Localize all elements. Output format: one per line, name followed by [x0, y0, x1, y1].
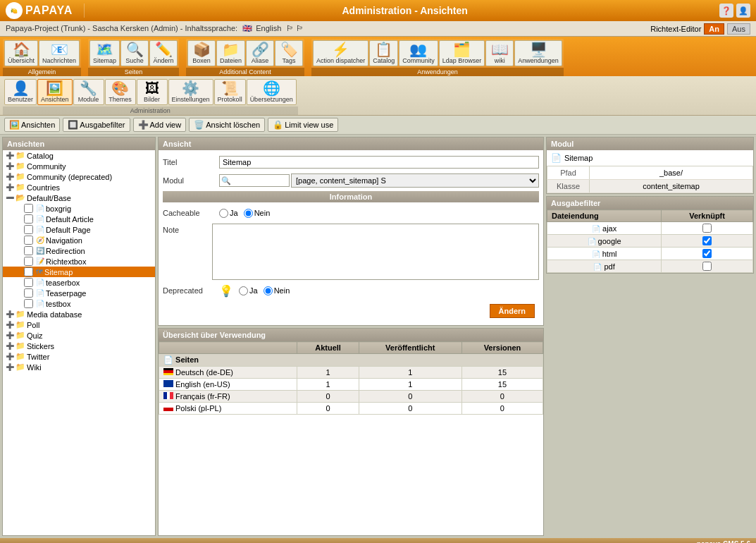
- toolbar-btn-anwendungen[interactable]: 🖥️ Anwendungen: [514, 40, 562, 66]
- toolbar-btn-sitemap[interactable]: 🗺️ Sitemap: [89, 40, 120, 66]
- sub-btn-benutzer[interactable]: 👤 Benutzer: [4, 79, 37, 105]
- toolbar-btn-suche[interactable]: 🔍 Suche: [120, 40, 149, 66]
- richtext-on-button[interactable]: An: [704, 23, 724, 35]
- tree-item-countries[interactable]: ➕ 📁 Countries: [3, 182, 155, 193]
- checkbox-html[interactable]: [702, 249, 712, 258]
- cacheable-nein-option[interactable]: Nein: [244, 209, 271, 218]
- tree-item-sitemap[interactable]: 🗺 Sitemap: [3, 267, 155, 277]
- checkbox-default-article[interactable]: [24, 214, 33, 224]
- tree-item-default-base[interactable]: ➖ 📂 Default/Base: [3, 193, 155, 203]
- tree-item-boxgrig[interactable]: 📄 boxgrig: [3, 203, 155, 214]
- table-row-en[interactable]: English (en-US) 1 1 15: [159, 379, 543, 391]
- mail-icon: 📧: [51, 42, 68, 56]
- toolbar-btn-ldap[interactable]: 🗂️ Ldap Browser: [439, 40, 485, 66]
- submit-button[interactable]: Ändern: [490, 304, 535, 318]
- tree-item-navigation[interactable]: 🧭 Navigation: [3, 235, 155, 245]
- info-section-label: Information: [163, 191, 539, 202]
- expand-community[interactable]: ➕: [6, 162, 14, 170]
- tree-item-richtextbox[interactable]: 📝 Richtextbox: [3, 256, 155, 267]
- checkbox-pdf[interactable]: [702, 262, 712, 271]
- checkbox-teaserpage[interactable]: [24, 288, 33, 298]
- tree-item-wiki[interactable]: ➕ 📁 Wiki: [3, 362, 155, 372]
- sub-btn-bilder[interactable]: 🖼 Bilder: [137, 79, 168, 105]
- checkbox-navigation[interactable]: [24, 236, 33, 245]
- ansichten-action-btn[interactable]: 🖼️ Ansichten: [4, 118, 60, 132]
- sub-btn-module[interactable]: 🔧 Module: [73, 79, 104, 105]
- toolbar-group-anwendungen: ⚡ Action dispatcher 📋 Catalog 👥 Communit…: [311, 39, 564, 76]
- toolbar-btn-nachrichten[interactable]: 📧 Nachrichten: [39, 40, 80, 66]
- checkbox-redirection[interactable]: [24, 246, 33, 255]
- checkbox-boxgrig[interactable]: [24, 204, 33, 213]
- toolbar-btn-community[interactable]: 👥 Community: [399, 40, 438, 66]
- toolbar-btn-aliase[interactable]: 🔗 Aliase: [246, 40, 274, 66]
- toolbar-btn-action-dispatcher[interactable]: ⚡ Action dispatcher: [313, 40, 368, 66]
- tree-item-media-database[interactable]: ➕ 📁 Media database: [3, 309, 155, 319]
- tree-item-testbox[interactable]: 📄 testbox: [3, 298, 155, 309]
- checkbox-default-page[interactable]: [24, 225, 33, 234]
- modul-dropdown[interactable]: [page, content_sitemap] S: [291, 173, 539, 188]
- tree-item-default-article[interactable]: 📄 Default Article: [3, 214, 155, 224]
- deprecated-nein-radio[interactable]: [264, 286, 273, 295]
- tree-item-default-page[interactable]: 📄 Default Page: [3, 224, 155, 235]
- expand-community-deprecated[interactable]: ➕: [6, 173, 14, 181]
- versionen-fr: 0: [461, 391, 543, 403]
- deprecated-ja-option[interactable]: Ja: [239, 286, 258, 295]
- tree-item-teaserbox[interactable]: 📄 teaserbox: [3, 277, 155, 288]
- ausgabefilter-action-btn[interactable]: 🔲 Ausgabefilter: [63, 118, 130, 132]
- tree-item-community[interactable]: ➕ 📁 Community: [3, 161, 155, 171]
- table-row-de[interactable]: Deutsch (de-DE) 1 1 15: [159, 367, 543, 379]
- checkbox-teaserbox[interactable]: [24, 278, 33, 287]
- tree-item-quiz[interactable]: ➕ 📁 Quiz: [3, 330, 155, 341]
- tree-item-community-deprecated[interactable]: ➕ 📁 Community (deprecated): [3, 171, 155, 182]
- modul-select-container: [page, content_sitemap] S: [219, 173, 539, 188]
- tree-item-teaserpage[interactable]: 📄 Teaserpage: [3, 288, 155, 298]
- checkbox-ajax[interactable]: [702, 224, 712, 233]
- deprecated-nein-option[interactable]: Nein: [264, 286, 290, 295]
- project-info: Papaya-Project (Trunk) - Sascha Kersken …: [6, 24, 304, 33]
- toolbar-btn-aendern[interactable]: ✏️ Ändern: [149, 40, 178, 66]
- modul-search-input[interactable]: [219, 174, 290, 187]
- expand-default-base[interactable]: ➖: [6, 194, 14, 202]
- richtext-off-button[interactable]: Aus: [727, 23, 750, 35]
- toolbar-btn-tags[interactable]: 🏷️ Tags: [275, 40, 303, 66]
- toolbar-btn-catalog[interactable]: 📋 Catalog: [369, 40, 398, 66]
- toolbar-btn-wiki[interactable]: 📖 wiki: [485, 40, 514, 66]
- tree-item-stickers[interactable]: ➕ 📁 Stickers: [3, 341, 155, 351]
- tree-item-twitter[interactable]: ➕ 📁 Twitter: [3, 351, 155, 362]
- ajax-icon: 📄: [592, 225, 600, 233]
- expand-countries[interactable]: ➕: [6, 183, 14, 191]
- tree-item-catalog[interactable]: ➕ 📁 Catalog: [3, 150, 155, 161]
- toolbar-btn-boxen[interactable]: 📦 Boxen: [187, 40, 216, 66]
- sub-btn-themes[interactable]: 🎨 Themes: [105, 79, 136, 105]
- cacheable-nein-radio[interactable]: [244, 209, 253, 218]
- ansicht-loeschen-action-btn[interactable]: 🗑️ Ansicht löschen: [189, 118, 265, 132]
- checkbox-testbox[interactable]: [24, 299, 33, 308]
- ansicht-panel-title: Ansicht: [159, 138, 543, 150]
- sub-btn-protokoll[interactable]: 📜 Protokoll: [214, 79, 246, 105]
- cacheable-ja-radio[interactable]: [219, 209, 228, 218]
- table-row-fr[interactable]: Français (fr-FR) 0 0 0: [159, 391, 543, 403]
- add-view-action-btn[interactable]: ➕ Add view: [133, 118, 187, 132]
- tree-item-poll[interactable]: ➕ 📁 Poll: [3, 319, 155, 330]
- app-logo: 🍋 PAPAYA: [6, 2, 73, 19]
- checkbox-sitemap[interactable]: [24, 267, 33, 276]
- expand-catalog[interactable]: ➕: [6, 152, 14, 159]
- sub-btn-ansichten[interactable]: 🖼️ Ansichten: [37, 79, 73, 105]
- tree-item-redirection[interactable]: 🔄 Redirection: [3, 245, 155, 256]
- checkbox-google[interactable]: [702, 236, 712, 245]
- note-textarea[interactable]: [212, 224, 539, 280]
- cacheable-ja-option[interactable]: Ja: [219, 209, 238, 218]
- help-button[interactable]: ❓: [719, 4, 733, 18]
- title-bar: 🍋 PAPAYA Administration - Ansichten ❓ 👤: [0, 0, 756, 21]
- toolbar-btn-dateien[interactable]: 📁 Dateien: [216, 40, 245, 66]
- user-icon[interactable]: 👤: [736, 4, 750, 18]
- sub-btn-uebersetzungen[interactable]: 🌐 Übersetzungen: [247, 79, 297, 105]
- sub-btn-einstellungen[interactable]: ⚙️ Einstellungen: [168, 79, 213, 105]
- checkbox-richtextbox[interactable]: [24, 257, 33, 266]
- toolbar-btn-uebersicht[interactable]: 🏠 Übersicht: [4, 40, 38, 66]
- deprecated-ja-radio[interactable]: [239, 286, 248, 295]
- limit-view-action-btn[interactable]: 🔒 Limit view use: [268, 118, 338, 132]
- titel-input[interactable]: [219, 156, 539, 169]
- lock-icon: 🔒: [273, 120, 283, 130]
- table-row-pl[interactable]: Polski (pl-PL) 0 0 0: [159, 403, 543, 415]
